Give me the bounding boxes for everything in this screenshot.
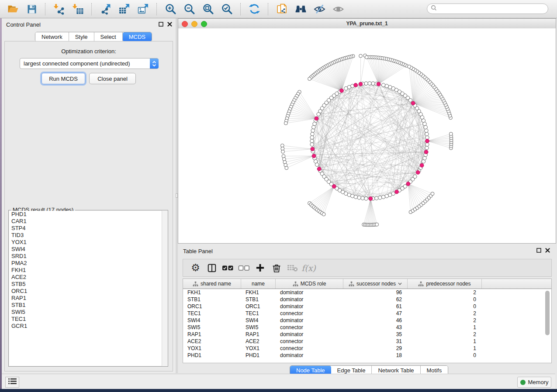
table-row[interactable]: YOX1YOX1connector291 [183,345,551,352]
table-panel: Table Panel ⚙f(x) shared namenameMCDS ro… [178,244,557,373]
tree-icon [293,281,298,287]
mcds-result-item[interactable]: TEC1 [9,316,167,323]
add-icon[interactable] [252,261,268,275]
mcds-tab-content: Optimization criterion: largest connecte… [4,41,173,371]
table-row[interactable]: ACE2ACE2connector311 [183,338,551,345]
cell-shared-name: STB1 [183,296,241,303]
column-header-successor-nodes[interactable]: successor nodes [343,279,408,289]
export-table-icon[interactable] [117,2,131,16]
node-table-header: shared namenameMCDS rolesuccessor nodesp… [183,279,551,289]
table-row[interactable]: RAP1RAP1dominator352 [183,331,551,338]
column-header-name[interactable]: name [241,279,276,289]
mcds-result-item[interactable]: ACE2 [9,274,167,281]
mcds-result-item[interactable]: STB1 [9,302,167,309]
table-row[interactable]: PHD1PHD1dominator180 [183,352,551,359]
table-row[interactable]: FKH1FKH1dominator962 [183,289,551,296]
export-network-icon[interactable] [98,2,113,16]
mcds-result-item[interactable]: STP4 [9,225,167,232]
binoculars-icon[interactable] [294,2,308,16]
optimization-criterion-select[interactable]: largest connected component (undirected) [20,58,159,69]
network-graph[interactable] [178,28,557,244]
cell-predecessor-nodes: 1 [408,345,482,351]
toolbar-icon-group [0,2,348,16]
import-table-icon[interactable] [71,2,85,16]
mcds-result-item[interactable]: PHD1 [9,211,167,218]
task-history-button[interactable] [5,377,19,388]
memory-button[interactable]: Memory [517,377,551,388]
float-panel-icon[interactable] [536,248,541,253]
export-image-icon[interactable] [136,2,150,16]
mcds-result-item[interactable]: STB5 [9,281,167,288]
mcds-result-item[interactable]: ORC1 [9,288,167,295]
close-panel-button[interactable]: Close panel [89,73,136,84]
network-window-titlebar[interactable]: YPA_prune.txt_1 [178,19,556,29]
column-header-predecessor-nodes[interactable]: predecessor nodes [408,279,482,289]
cell-name: PHD1 [241,352,276,358]
tab-mcds[interactable]: MCDS [123,32,152,41]
cell-name: TEC1 [241,310,276,316]
settings-gear-icon[interactable]: ⚙ [187,261,204,275]
float-panel-icon[interactable] [159,22,163,27]
deselect-all-checkbox-icon[interactable] [236,261,252,275]
cell-shared-name: SWI4 [183,317,241,323]
tab-network[interactable]: Network [35,32,69,41]
mcds-result-list[interactable]: PHD1CAR1STP4TID3YOX1SWI4SRD1PMA2FKH1ACE2… [9,211,167,366]
mcds-result-item[interactable]: TID3 [9,232,167,239]
select-all-checkbox-icon[interactable] [220,261,236,275]
mcds-result-item[interactable]: FKH1 [9,267,167,274]
mcds-result-item[interactable]: RAP1 [9,295,167,302]
table-row[interactable]: ORC1ORC1dominator610 [183,303,551,310]
search-input[interactable] [439,5,548,12]
copy-network-icon[interactable] [275,2,289,16]
mcds-result-item[interactable]: YOX1 [9,239,167,246]
tab-style[interactable]: Style [69,32,94,41]
tree-icon [349,281,354,287]
refresh-icon[interactable] [247,2,262,16]
mcds-result-item[interactable]: SRD1 [9,253,167,260]
network-canvas[interactable] [178,28,556,243]
table-row[interactable]: SWI4SWI4dominator462 [183,317,551,324]
cell-name: RAP1 [241,331,276,337]
zoom-out-icon[interactable] [182,2,197,16]
table-scrollbar[interactable] [545,290,550,362]
mcds-list-scrollbar[interactable] [162,210,168,366]
columns-icon[interactable] [204,261,220,275]
table-row[interactable]: STB1STB1dominator620 [183,296,551,303]
import-network-icon[interactable] [52,2,66,16]
mcds-result-item[interactable]: PMA2 [9,260,167,267]
close-panel-icon[interactable] [545,248,550,253]
run-mcds-button[interactable]: Run MCDS [42,73,85,84]
table-toolbar: ⚙f(x) [183,259,552,277]
control-panel-tabs: NetworkStyleSelectMCDS [35,32,152,42]
table-row[interactable]: TEC1TEC1connector472 [183,310,551,317]
cell-predecessor-nodes: 0 [408,303,482,309]
eye-icon[interactable] [331,2,346,16]
mcds-result-item[interactable]: GCR1 [9,323,167,330]
network-view-window: YPA_prune.txt_1 [178,18,556,244]
tab-select[interactable]: Select [94,32,123,41]
column-header-MCDS-role[interactable]: MCDS role [276,279,343,289]
cell-MCDS-role: dominator [276,352,343,358]
close-panel-icon[interactable] [167,22,172,27]
toolbar-separator [45,3,46,15]
open-session-icon[interactable] [6,2,20,16]
table-scrollbar-thumb[interactable] [545,291,550,335]
cell-shared-name: SWI5 [183,324,241,330]
cell-MCDS-role: connector [276,310,343,316]
zoom-fit-icon[interactable] [201,2,215,16]
table-row[interactable]: SWI5SWI5connector431 [183,324,551,331]
mcds-result-item[interactable]: SWI4 [9,246,167,253]
delete-icon[interactable] [268,261,284,275]
zoom-selected-icon[interactable] [220,2,234,16]
save-session-icon[interactable] [24,2,39,16]
mcds-result-item[interactable]: SWI5 [9,309,167,316]
column-header-shared-name[interactable]: shared name [183,279,241,289]
mcds-result-item[interactable]: CAR1 [9,218,167,225]
search-box[interactable] [427,3,548,14]
graphics-details-icon[interactable] [312,2,327,16]
zoom-in-icon[interactable] [163,2,178,16]
cell-MCDS-role: dominator [276,296,343,303]
column-label: shared name [201,281,231,287]
toolbar-separator [240,3,241,15]
memory-label: Memory [528,379,549,385]
